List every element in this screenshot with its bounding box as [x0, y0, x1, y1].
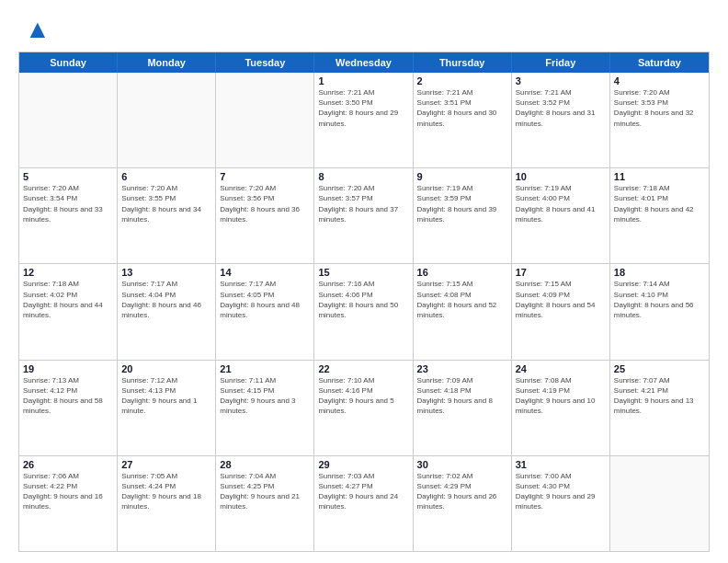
cell-day-number: 9	[417, 171, 507, 182]
header-day-friday: Friday	[512, 52, 610, 73]
cell-day-number: 18	[614, 267, 705, 278]
cell-info: Sunrise: 7:15 AM Sunset: 4:08 PM Dayligh…	[417, 279, 507, 320]
cell-info: Sunrise: 7:17 AM Sunset: 4:04 PM Dayligh…	[121, 279, 211, 320]
calendar-cell: 12Sunrise: 7:18 AM Sunset: 4:02 PM Dayli…	[19, 264, 118, 359]
calendar-cell: 4Sunrise: 7:20 AM Sunset: 3:53 PM Daylig…	[610, 73, 709, 167]
calendar-cell: 1Sunrise: 7:21 AM Sunset: 3:50 PM Daylig…	[314, 73, 413, 167]
calendar-row: 12Sunrise: 7:18 AM Sunset: 4:02 PM Dayli…	[19, 263, 709, 359]
cell-info: Sunrise: 7:04 AM Sunset: 4:25 PM Dayligh…	[220, 471, 310, 512]
cell-info: Sunrise: 7:02 AM Sunset: 4:29 PM Dayligh…	[417, 471, 507, 512]
calendar-cell: 17Sunrise: 7:15 AM Sunset: 4:09 PM Dayli…	[512, 264, 610, 359]
cell-info: Sunrise: 7:11 AM Sunset: 4:15 PM Dayligh…	[220, 375, 310, 417]
cell-info: Sunrise: 7:09 AM Sunset: 4:18 PM Dayligh…	[417, 375, 507, 417]
calendar-cell: 23Sunrise: 7:09 AM Sunset: 4:18 PM Dayli…	[414, 361, 512, 455]
calendar-cell	[216, 73, 314, 167]
cell-day-number: 23	[417, 363, 507, 374]
cell-day-number: 20	[121, 363, 211, 374]
calendar-cell	[19, 73, 118, 167]
cell-day-number: 15	[318, 267, 408, 278]
cell-info: Sunrise: 7:20 AM Sunset: 3:54 PM Dayligh…	[23, 183, 113, 224]
cell-info: Sunrise: 7:15 AM Sunset: 4:09 PM Dayligh…	[516, 279, 606, 320]
calendar-cell: 13Sunrise: 7:17 AM Sunset: 4:04 PM Dayli…	[118, 264, 216, 359]
cell-day-number: 19	[23, 363, 113, 374]
calendar-cell	[118, 73, 216, 167]
calendar-cell: 21Sunrise: 7:11 AM Sunset: 4:15 PM Dayli…	[216, 361, 314, 455]
cell-day-number: 28	[220, 459, 310, 470]
calendar-cell: 18Sunrise: 7:14 AM Sunset: 4:10 PM Dayli…	[610, 264, 709, 359]
cell-day-number: 29	[318, 459, 408, 470]
header-day-saturday: Saturday	[610, 52, 709, 73]
calendar-cell: 31Sunrise: 7:00 AM Sunset: 4:30 PM Dayli…	[512, 456, 610, 551]
calendar-cell: 9Sunrise: 7:19 AM Sunset: 3:59 PM Daylig…	[414, 168, 512, 263]
calendar-cell: 27Sunrise: 7:05 AM Sunset: 4:24 PM Dayli…	[118, 456, 216, 551]
calendar-cell: 24Sunrise: 7:08 AM Sunset: 4:19 PM Dayli…	[512, 361, 610, 455]
calendar-cell: 10Sunrise: 7:19 AM Sunset: 4:00 PM Dayli…	[512, 168, 610, 263]
header-day-monday: Monday	[118, 52, 216, 73]
cell-info: Sunrise: 7:20 AM Sunset: 3:56 PM Dayligh…	[220, 183, 310, 224]
cell-day-number: 14	[220, 267, 310, 278]
cell-day-number: 30	[417, 459, 507, 470]
cell-info: Sunrise: 7:21 AM Sunset: 3:50 PM Dayligh…	[318, 87, 408, 129]
calendar-cell: 6Sunrise: 7:20 AM Sunset: 3:55 PM Daylig…	[118, 168, 216, 263]
header-day-tuesday: Tuesday	[216, 52, 314, 73]
cell-info: Sunrise: 7:07 AM Sunset: 4:21 PM Dayligh…	[614, 375, 705, 417]
calendar-cell: 22Sunrise: 7:10 AM Sunset: 4:16 PM Dayli…	[314, 361, 413, 455]
cell-day-number: 13	[121, 267, 211, 278]
logo: ▲	[18, 15, 51, 44]
calendar-cell: 28Sunrise: 7:04 AM Sunset: 4:25 PM Dayli…	[216, 456, 314, 551]
calendar-cell: 2Sunrise: 7:21 AM Sunset: 3:51 PM Daylig…	[414, 73, 512, 167]
calendar-cell: 5Sunrise: 7:20 AM Sunset: 3:54 PM Daylig…	[19, 168, 118, 263]
cell-info: Sunrise: 7:13 AM Sunset: 4:12 PM Dayligh…	[23, 375, 113, 417]
cell-day-number: 22	[318, 363, 408, 374]
cell-day-number: 6	[121, 171, 211, 182]
calendar-body: 1Sunrise: 7:21 AM Sunset: 3:50 PM Daylig…	[19, 73, 709, 551]
logo-icon: ▲	[25, 15, 51, 44]
cell-info: Sunrise: 7:05 AM Sunset: 4:24 PM Dayligh…	[121, 471, 211, 512]
calendar-cell	[610, 456, 709, 551]
cell-info: Sunrise: 7:20 AM Sunset: 3:57 PM Dayligh…	[318, 183, 408, 224]
calendar: SundayMondayTuesdayWednesdayThursdayFrid…	[18, 52, 710, 552]
cell-info: Sunrise: 7:12 AM Sunset: 4:13 PM Dayligh…	[121, 375, 211, 417]
calendar-cell: 14Sunrise: 7:17 AM Sunset: 4:05 PM Dayli…	[216, 264, 314, 359]
calendar-cell: 3Sunrise: 7:21 AM Sunset: 3:52 PM Daylig…	[512, 73, 610, 167]
cell-info: Sunrise: 7:06 AM Sunset: 4:22 PM Dayligh…	[23, 471, 113, 512]
calendar-row: 26Sunrise: 7:06 AM Sunset: 4:22 PM Dayli…	[19, 455, 709, 551]
calendar-cell: 19Sunrise: 7:13 AM Sunset: 4:12 PM Dayli…	[19, 361, 118, 455]
cell-info: Sunrise: 7:00 AM Sunset: 4:30 PM Dayligh…	[516, 471, 606, 512]
cell-day-number: 5	[23, 171, 113, 182]
cell-day-number: 26	[23, 459, 113, 470]
cell-day-number: 16	[417, 267, 507, 278]
calendar-cell: 11Sunrise: 7:18 AM Sunset: 4:01 PM Dayli…	[610, 168, 709, 263]
cell-info: Sunrise: 7:20 AM Sunset: 3:53 PM Dayligh…	[614, 87, 705, 129]
cell-info: Sunrise: 7:17 AM Sunset: 4:05 PM Dayligh…	[220, 279, 310, 320]
cell-day-number: 4	[614, 75, 705, 86]
cell-day-number: 3	[516, 75, 606, 86]
calendar-cell: 8Sunrise: 7:20 AM Sunset: 3:57 PM Daylig…	[314, 168, 413, 263]
calendar-row: 1Sunrise: 7:21 AM Sunset: 3:50 PM Daylig…	[19, 73, 709, 167]
cell-day-number: 1	[318, 75, 408, 86]
cell-info: Sunrise: 7:14 AM Sunset: 4:10 PM Dayligh…	[614, 279, 705, 320]
calendar-cell: 26Sunrise: 7:06 AM Sunset: 4:22 PM Dayli…	[19, 456, 118, 551]
page: ▲ SundayMondayTuesdayWednesdayThursdayFr…	[0, 0, 728, 563]
cell-info: Sunrise: 7:08 AM Sunset: 4:19 PM Dayligh…	[516, 375, 606, 417]
cell-info: Sunrise: 7:20 AM Sunset: 3:55 PM Dayligh…	[121, 183, 211, 224]
calendar-row: 19Sunrise: 7:13 AM Sunset: 4:12 PM Dayli…	[19, 360, 709, 455]
cell-info: Sunrise: 7:21 AM Sunset: 3:52 PM Dayligh…	[516, 87, 606, 129]
cell-info: Sunrise: 7:03 AM Sunset: 4:27 PM Dayligh…	[318, 471, 408, 512]
cell-day-number: 8	[318, 171, 408, 182]
cell-day-number: 21	[220, 363, 310, 374]
cell-day-number: 17	[516, 267, 606, 278]
calendar-cell: 30Sunrise: 7:02 AM Sunset: 4:29 PM Dayli…	[414, 456, 512, 551]
cell-info: Sunrise: 7:18 AM Sunset: 4:02 PM Dayligh…	[23, 279, 113, 320]
header-day-thursday: Thursday	[414, 52, 512, 73]
calendar-header: SundayMondayTuesdayWednesdayThursdayFrid…	[19, 52, 709, 73]
cell-info: Sunrise: 7:21 AM Sunset: 3:51 PM Dayligh…	[417, 87, 507, 129]
calendar-cell: 29Sunrise: 7:03 AM Sunset: 4:27 PM Dayli…	[314, 456, 413, 551]
cell-info: Sunrise: 7:16 AM Sunset: 4:06 PM Dayligh…	[318, 279, 408, 320]
calendar-cell: 7Sunrise: 7:20 AM Sunset: 3:56 PM Daylig…	[216, 168, 314, 263]
calendar-cell: 16Sunrise: 7:15 AM Sunset: 4:08 PM Dayli…	[414, 264, 512, 359]
cell-day-number: 31	[516, 459, 606, 470]
cell-day-number: 24	[516, 363, 606, 374]
header-day-wednesday: Wednesday	[314, 52, 413, 73]
cell-info: Sunrise: 7:18 AM Sunset: 4:01 PM Dayligh…	[614, 183, 705, 224]
